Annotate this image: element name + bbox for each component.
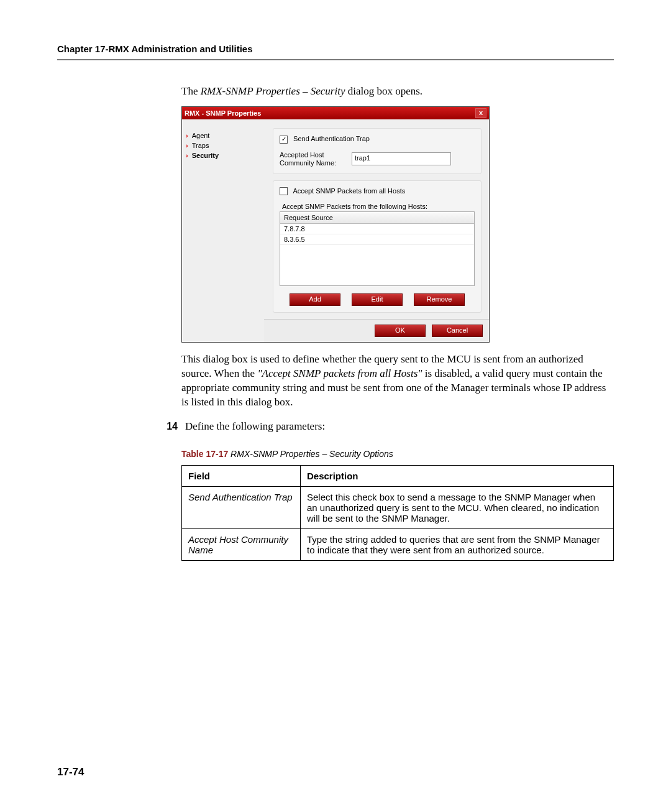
community-name-label: Community Name: xyxy=(280,159,348,167)
ok-button[interactable]: OK xyxy=(375,325,426,337)
table-row[interactable]: 8.3.6.5 xyxy=(280,234,474,245)
hosts-fieldset-title: Accept SNMP Packets from the following H… xyxy=(282,203,475,210)
accepted-host-label: Accepted Host xyxy=(280,151,348,159)
send-auth-checkbox[interactable]: ✓ xyxy=(280,136,288,144)
send-auth-label: Send Authentication Trap xyxy=(293,135,370,142)
dialog-nav: Agent Traps Security xyxy=(182,119,264,342)
accept-all-row: Accept SNMP Packets from all Hosts xyxy=(280,187,475,196)
snmp-properties-dialog: RMX - SNMP Properties x Agent Traps Secu… xyxy=(181,106,490,343)
send-auth-row: ✓ Send Authentication Trap xyxy=(280,135,475,144)
td-desc: Select this check box to send a message … xyxy=(301,486,614,528)
hosts-table: Request Source 7.8.7.8 8.3.6.5 xyxy=(280,211,475,286)
edit-button[interactable]: Edit xyxy=(352,293,403,306)
intro-italic: RMX-SNMP Properties – Security xyxy=(201,85,345,97)
options-table: Field Description Send Authentication Tr… xyxy=(181,465,614,561)
accept-all-checkbox[interactable] xyxy=(280,187,288,195)
accept-all-label: Accept SNMP Packets from all Hosts xyxy=(293,187,405,195)
intro-pre: The xyxy=(181,85,201,97)
table-caption: Table 17-17 RMX-SNMP Properties – Securi… xyxy=(181,449,614,459)
table-number: Table 17-17 xyxy=(181,449,228,459)
para-b-italic: "Accept SNMP packets from all Hosts" xyxy=(257,367,422,379)
chapter-header: Chapter 17-RMX Administration and Utilit… xyxy=(57,44,614,54)
dialog-title: RMX - SNMP Properties xyxy=(185,109,261,117)
step-number: 14 xyxy=(163,421,178,432)
table-row[interactable]: 7.8.7.8 xyxy=(280,224,474,234)
td-desc: Type the string added to queries that ar… xyxy=(301,528,614,560)
page-number: 17-74 xyxy=(57,766,84,778)
step-text: Define the following parameters: xyxy=(185,420,325,433)
table-caption-text: RMX-SNMP Properties – Security Options xyxy=(228,449,393,459)
nav-item-traps[interactable]: Traps xyxy=(186,141,260,150)
intro-line: The RMX-SNMP Properties – Security dialo… xyxy=(181,85,614,98)
td-field: Accept Host Community Name xyxy=(182,528,301,560)
dialog-title-bar: RMX - SNMP Properties x xyxy=(182,107,489,119)
remove-button[interactable]: Remove xyxy=(414,293,465,306)
description-paragraph: This dialog box is used to define whethe… xyxy=(181,353,614,410)
add-button[interactable]: Add xyxy=(290,293,340,306)
community-name-input[interactable]: trap1 xyxy=(352,152,451,165)
cancel-button[interactable]: Cancel xyxy=(432,325,483,337)
intro-post: dialog box opens. xyxy=(345,85,422,97)
td-field: Send Authentication Trap xyxy=(182,486,301,528)
th-description: Description xyxy=(301,465,614,486)
nav-item-security[interactable]: Security xyxy=(186,150,260,160)
close-icon[interactable]: x xyxy=(475,108,486,118)
hosts-table-header[interactable]: Request Source xyxy=(280,212,474,224)
nav-item-agent[interactable]: Agent xyxy=(186,131,260,141)
th-field: Field xyxy=(182,465,301,486)
header-rule xyxy=(57,59,614,60)
